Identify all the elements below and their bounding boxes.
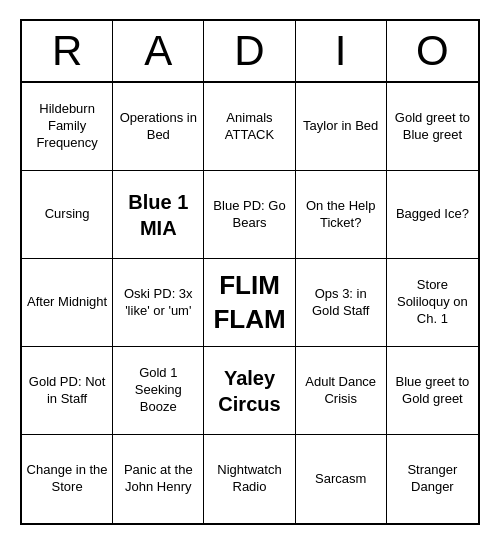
bingo-grid: Hildeburn Family FrequencyOperations in … bbox=[22, 83, 478, 523]
header-letter: D bbox=[204, 21, 295, 81]
bingo-cell: Bagged Ice? bbox=[387, 171, 478, 259]
bingo-cell: Gold 1 Seeking Booze bbox=[113, 347, 204, 435]
bingo-cell: Blue greet to Gold greet bbox=[387, 347, 478, 435]
bingo-card: RADIO Hildeburn Family FrequencyOperatio… bbox=[20, 19, 480, 525]
bingo-cell: Stranger Danger bbox=[387, 435, 478, 523]
bingo-cell: Oski PD: 3x 'like' or 'um' bbox=[113, 259, 204, 347]
bingo-cell: Animals ATTACK bbox=[204, 83, 295, 171]
bingo-cell: Operations in Bed bbox=[113, 83, 204, 171]
bingo-cell: FLIM FLAM bbox=[204, 259, 295, 347]
bingo-cell: Sarcasm bbox=[296, 435, 387, 523]
header-letter: I bbox=[296, 21, 387, 81]
header-letter: R bbox=[22, 21, 113, 81]
bingo-cell: Cursing bbox=[22, 171, 113, 259]
bingo-cell: Store Soliloquy on Ch. 1 bbox=[387, 259, 478, 347]
bingo-cell: Hildeburn Family Frequency bbox=[22, 83, 113, 171]
bingo-cell: Blue 1 MIA bbox=[113, 171, 204, 259]
bingo-cell: Gold greet to Blue greet bbox=[387, 83, 478, 171]
bingo-cell: Gold PD: Not in Staff bbox=[22, 347, 113, 435]
header-letter: A bbox=[113, 21, 204, 81]
bingo-cell: Blue PD: Go Bears bbox=[204, 171, 295, 259]
bingo-header: RADIO bbox=[22, 21, 478, 83]
bingo-cell: Adult Dance Crisis bbox=[296, 347, 387, 435]
bingo-cell: After Midnight bbox=[22, 259, 113, 347]
bingo-cell: Yaley Circus bbox=[204, 347, 295, 435]
header-letter: O bbox=[387, 21, 478, 81]
bingo-cell: Ops 3: in Gold Staff bbox=[296, 259, 387, 347]
bingo-cell: Nightwatch Radio bbox=[204, 435, 295, 523]
bingo-cell: Panic at the John Henry bbox=[113, 435, 204, 523]
bingo-cell: Taylor in Bed bbox=[296, 83, 387, 171]
bingo-cell: Change in the Store bbox=[22, 435, 113, 523]
bingo-cell: On the Help Ticket? bbox=[296, 171, 387, 259]
